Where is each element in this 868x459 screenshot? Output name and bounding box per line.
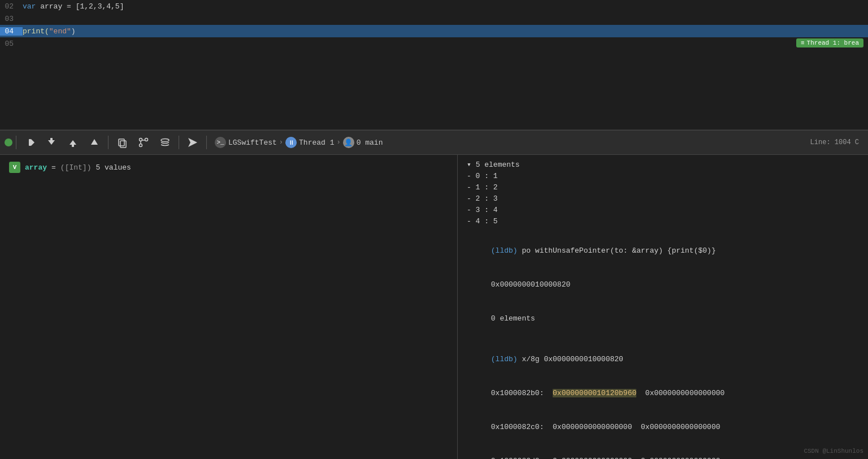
breadcrumb-arrow-2: ›	[336, 138, 340, 146]
line-info: Line: 1004 C	[810, 138, 859, 146]
svg-point-11	[140, 144, 142, 147]
svg-rect-3	[50, 138, 53, 141]
console-output-2c: 0x1000082d0: 0x0000000000000000 0x000000…	[465, 444, 861, 459]
stack-button[interactable]	[155, 133, 175, 151]
breadcrumb-frame-name: 0 main	[357, 138, 383, 147]
breakpoint-label: Thread 1: brea	[807, 40, 859, 46]
svg-point-9	[140, 138, 142, 141]
console-output-1b: 0 elements	[465, 302, 861, 336]
variable-row-array: V array = ([Int]) 5 values	[9, 162, 448, 173]
breakpoint-lines-icon: ≡	[801, 40, 805, 46]
lldb-prompt-2: (lldb)	[491, 355, 518, 363]
array-item-4: - 4 : 5	[467, 216, 861, 227]
array-item-2: - 2 : 3	[467, 193, 861, 205]
code-line-02: 02 var array = [1,2,3,4,5]	[0, 0, 868, 12]
console-cmd-2: (lldb) x/8g 0x0000000010000820	[465, 343, 861, 376]
console-output-2a: 0x1000082b0: 0x0000000010120b960 0x00000…	[465, 376, 861, 410]
main-content: V array = ([Int]) 5 values ▾ 5 elements …	[0, 155, 868, 459]
breadcrumb-project-name: LGSwiftTest	[228, 138, 277, 147]
variable-icon: V	[9, 162, 20, 173]
svg-point-10	[145, 138, 148, 141]
thread-icon: ⏸	[285, 137, 297, 148]
highlighted-address: 0x0000000010120b960	[553, 389, 636, 397]
lldb-prompt-1: (lldb)	[491, 246, 518, 255]
divider-2	[108, 136, 108, 149]
line-number-02: 02	[0, 2, 23, 11]
variables-panel: V array = ([Int]) 5 values	[0, 155, 458, 459]
svg-rect-7	[119, 139, 124, 146]
line-number-03: 03	[0, 15, 23, 23]
code-line-05: 05	[0, 37, 868, 50]
person-icon: 👤	[343, 137, 354, 148]
variable-name: array	[25, 163, 47, 172]
array-tree: ▾ 5 elements - 0 : 1 - 1 : 2 - 2 : 3 - 3…	[467, 159, 861, 227]
code-line-03: 03	[0, 12, 868, 25]
variable-type: ([Int])	[60, 163, 92, 172]
array-item-3: - 3 : 4	[467, 205, 861, 216]
array-header: ▾ 5 elements	[467, 159, 861, 171]
svg-marker-1	[31, 139, 34, 146]
copy-button[interactable]	[112, 133, 132, 151]
svg-marker-15	[188, 138, 197, 147]
breakpoint-badge: ≡ Thread 1: brea	[796, 38, 863, 47]
watermark: CSDN @LinShunlos	[804, 448, 863, 454]
breadcrumb-thread[interactable]: ⏸ Thread 1	[285, 137, 334, 148]
line-number-05: 05	[0, 40, 23, 48]
console-output-2b: 0x1000082c0: 0x0000000000000000 0x000000…	[465, 410, 861, 444]
breadcrumb-arrow-1: ›	[279, 138, 283, 146]
debug-active-indicator	[5, 138, 12, 146]
svg-rect-5	[72, 144, 74, 147]
console-cmd-1: (lldb) po withUnsafePointer(to: &array) …	[465, 234, 861, 268]
send-button[interactable]	[183, 133, 203, 151]
code-content-02: var array = [1,2,3,4,5]	[23, 2, 868, 11]
line-number-04: 04	[0, 27, 23, 36]
step-over-button[interactable]	[20, 133, 40, 151]
code-editor: 02 var array = [1,2,3,4,5] 03 04 print("…	[0, 0, 868, 130]
svg-point-14	[161, 139, 169, 142]
array-item-0: - 0 : 1	[467, 171, 861, 182]
divider-1	[16, 136, 16, 149]
line-info-text: Line: 1004 C	[810, 138, 859, 146]
breadcrumb: >_ LGSwiftTest › ⏸ Thread 1 › 👤 0 main	[215, 137, 383, 148]
breadcrumb-terminal[interactable]: >_ LGSwiftTest	[215, 137, 277, 148]
lldb-command-2: x/8g 0x0000000010000820	[518, 355, 623, 363]
branch-button[interactable]	[133, 133, 154, 151]
code-content-04: print("end")	[23, 27, 868, 36]
array-item-1: - 1 : 2	[467, 182, 861, 193]
svg-rect-8	[120, 141, 126, 148]
lldb-command-1: po withUnsafePointer(to: &array) {print(…	[518, 246, 716, 255]
variable-count: 5 values	[96, 163, 131, 172]
code-line-04: 04 print("end")	[0, 25, 868, 37]
console-panel[interactable]: ▾ 5 elements - 0 : 1 - 1 : 2 - 2 : 3 - 3…	[458, 155, 868, 459]
breadcrumb-frame[interactable]: 👤 0 main	[343, 137, 383, 148]
step-up-button[interactable]	[84, 133, 105, 151]
svg-rect-0	[29, 139, 31, 146]
divider-4	[206, 136, 207, 149]
breadcrumb-thread-name: Thread 1	[299, 138, 334, 147]
terminal-icon: >_	[215, 137, 226, 148]
variable-equals: =	[51, 163, 56, 172]
step-out-button[interactable]	[63, 133, 83, 151]
svg-marker-6	[91, 139, 98, 145]
divider-3	[179, 136, 179, 149]
debug-toolbar: >_ LGSwiftTest › ⏸ Thread 1 › 👤 0 main L…	[0, 130, 868, 155]
console-output-1a: 0x0000000010000820	[465, 268, 861, 302]
step-into-button[interactable]	[41, 133, 62, 151]
